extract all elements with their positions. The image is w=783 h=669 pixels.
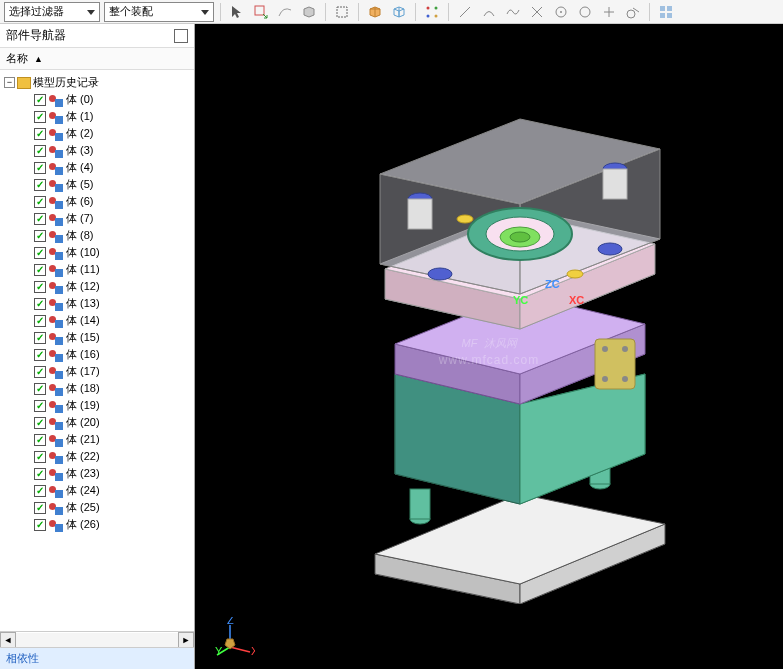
toolbar-separator — [415, 3, 416, 21]
checkbox-icon[interactable]: ✓ — [34, 213, 46, 225]
checkbox-icon[interactable]: ✓ — [34, 111, 46, 123]
point-tool-icon[interactable] — [599, 2, 619, 22]
checkbox-icon[interactable]: ✓ — [34, 383, 46, 395]
checkbox-icon[interactable]: ✓ — [34, 196, 46, 208]
svg-rect-16 — [660, 6, 665, 11]
line-tool-icon[interactable] — [455, 2, 475, 22]
checkbox-icon[interactable]: ✓ — [34, 264, 46, 276]
cursor-tool-icon[interactable] — [227, 2, 247, 22]
snap-points-icon[interactable] — [422, 2, 442, 22]
tree-item-body[interactable]: ✓体 (21) — [2, 431, 192, 448]
face-select-icon[interactable] — [299, 2, 319, 22]
checkbox-icon[interactable]: ✓ — [34, 502, 46, 514]
intersect-tool-icon[interactable] — [527, 2, 547, 22]
panel-header: 部件导航器 — [0, 24, 194, 48]
checkbox-icon[interactable]: ✓ — [34, 434, 46, 446]
svg-rect-19 — [667, 13, 672, 18]
tree-item-body[interactable]: ✓体 (0) — [2, 91, 192, 108]
checkbox-icon[interactable]: ✓ — [34, 162, 46, 174]
checkbox-icon[interactable]: ✓ — [34, 417, 46, 429]
svg-point-37 — [622, 346, 628, 352]
scroll-right-icon[interactable]: ► — [178, 632, 194, 648]
add-selection-icon[interactable] — [251, 2, 271, 22]
checkbox-icon[interactable]: ✓ — [34, 94, 46, 106]
side-bracket[interactable] — [595, 339, 635, 389]
scroll-track[interactable] — [16, 633, 178, 647]
tree-item-body[interactable]: ✓体 (26) — [2, 516, 192, 533]
tree-item-body[interactable]: ✓体 (6) — [2, 193, 192, 210]
checkbox-icon[interactable]: ✓ — [34, 298, 46, 310]
checkbox-icon[interactable]: ✓ — [34, 451, 46, 463]
horizontal-scrollbar[interactable]: ◄ ► — [0, 631, 194, 647]
checkbox-icon[interactable]: ✓ — [34, 128, 46, 140]
tree-item-body[interactable]: ✓体 (18) — [2, 380, 192, 397]
checkbox-icon[interactable]: ✓ — [34, 366, 46, 378]
model-tree[interactable]: − 模型历史记录 ✓体 (0)✓体 (1)✓体 (2)✓体 (3)✓体 (4)✓… — [0, 70, 194, 631]
rect-select-icon[interactable] — [332, 2, 352, 22]
tree-item-body[interactable]: ✓体 (4) — [2, 159, 192, 176]
scroll-left-icon[interactable]: ◄ — [0, 632, 16, 648]
pin-panel-icon[interactable] — [174, 29, 188, 43]
column-header-name[interactable]: 名称 ▲ — [0, 48, 194, 70]
checkbox-icon[interactable]: ✓ — [34, 468, 46, 480]
tree-item-body[interactable]: ✓体 (7) — [2, 210, 192, 227]
tree-item-body[interactable]: ✓体 (16) — [2, 346, 192, 363]
grid-tool-icon[interactable] — [656, 2, 676, 22]
dependency-section-header[interactable]: 相依性 — [0, 647, 194, 669]
svg-point-59 — [567, 270, 583, 278]
checkbox-icon[interactable]: ✓ — [34, 485, 46, 497]
tree-item-body[interactable]: ✓体 (14) — [2, 312, 192, 329]
tree-item-body[interactable]: ✓体 (19) — [2, 397, 192, 414]
body-feature-icon — [49, 433, 63, 447]
body-feature-icon — [49, 263, 63, 277]
shaded-box-icon[interactable] — [365, 2, 385, 22]
tree-item-body[interactable]: ✓体 (22) — [2, 448, 192, 465]
arc-tool-icon[interactable] — [479, 2, 499, 22]
tree-item-body[interactable]: ✓体 (2) — [2, 125, 192, 142]
tree-item-body[interactable]: ✓体 (12) — [2, 278, 192, 295]
checkbox-icon[interactable]: ✓ — [34, 281, 46, 293]
tree-root-history[interactable]: − 模型历史记录 — [2, 74, 192, 91]
ring-insert[interactable] — [468, 208, 572, 260]
checkbox-icon[interactable]: ✓ — [34, 332, 46, 344]
watermark: MF 沐风网 www.mfcad.com — [439, 327, 539, 367]
tree-item-body[interactable]: ✓体 (1) — [2, 108, 192, 125]
tree-item-body[interactable]: ✓体 (20) — [2, 414, 192, 431]
collapse-icon[interactable]: − — [4, 77, 15, 88]
svg-line-60 — [230, 647, 250, 652]
dependency-title: 相依性 — [6, 651, 39, 666]
tree-item-body[interactable]: ✓体 (13) — [2, 295, 192, 312]
wireframe-box-icon[interactable] — [389, 2, 409, 22]
tree-item-body[interactable]: ✓体 (5) — [2, 176, 192, 193]
tree-item-body[interactable]: ✓体 (3) — [2, 142, 192, 159]
3d-viewport[interactable]: ZC YC XC MF 沐风网 www.mfcad.com X Y Z — [195, 24, 783, 669]
svg-rect-0 — [255, 6, 264, 15]
assembly-scope-dropdown[interactable]: 整个装配 — [104, 2, 214, 22]
checkbox-icon[interactable]: ✓ — [34, 400, 46, 412]
tree-item-label: 体 (26) — [66, 517, 100, 532]
tangent-tool-icon[interactable] — [623, 2, 643, 22]
checkbox-icon[interactable]: ✓ — [34, 519, 46, 531]
tree-item-body[interactable]: ✓体 (25) — [2, 499, 192, 516]
center-circle-icon[interactable] — [551, 2, 571, 22]
checkbox-icon[interactable]: ✓ — [34, 230, 46, 242]
checkbox-icon[interactable]: ✓ — [34, 315, 46, 327]
checkbox-icon[interactable]: ✓ — [34, 247, 46, 259]
body-feature-icon — [49, 331, 63, 345]
checkbox-icon[interactable]: ✓ — [34, 179, 46, 191]
tree-item-body[interactable]: ✓体 (24) — [2, 482, 192, 499]
tree-item-body[interactable]: ✓体 (15) — [2, 329, 192, 346]
checkbox-icon[interactable]: ✓ — [34, 349, 46, 361]
checkbox-icon[interactable]: ✓ — [34, 145, 46, 157]
tree-item-body[interactable]: ✓体 (17) — [2, 363, 192, 380]
curve-select-icon[interactable] — [275, 2, 295, 22]
circle-tool-icon[interactable] — [575, 2, 595, 22]
view-triad[interactable]: X Y Z — [215, 617, 255, 657]
tree-item-body[interactable]: ✓体 (11) — [2, 261, 192, 278]
svg-point-3 — [435, 6, 438, 9]
selection-filter-dropdown[interactable]: 选择过滤器 — [4, 2, 100, 22]
tree-item-body[interactable]: ✓体 (23) — [2, 465, 192, 482]
tree-item-body[interactable]: ✓体 (10) — [2, 244, 192, 261]
tree-item-body[interactable]: ✓体 (8) — [2, 227, 192, 244]
spline-tool-icon[interactable] — [503, 2, 523, 22]
